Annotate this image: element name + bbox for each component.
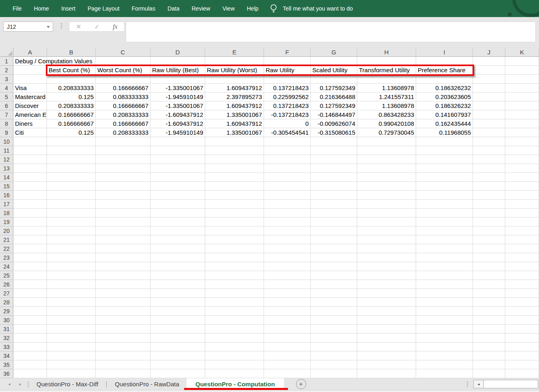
cell-D35[interactable] [150,360,205,369]
row-header-5[interactable]: 5 [0,93,13,101]
cell-B2[interactable]: Best Count (%) [47,66,96,75]
cell-H28[interactable] [357,298,416,307]
menu-item-review[interactable]: Review [186,0,217,17]
cell-K1[interactable] [505,57,539,66]
cell-B29[interactable] [47,307,96,316]
cell-F21[interactable] [264,235,311,244]
cell-B18[interactable] [47,209,96,218]
cell-B12[interactable] [47,155,96,164]
row-header-24[interactable]: 24 [0,262,13,271]
cell-E25[interactable] [205,271,264,280]
cell-I18[interactable] [416,209,473,218]
cell-F2[interactable]: Raw Utility [264,66,311,75]
cell-D31[interactable] [150,325,205,334]
cell-H9[interactable]: 0.729730045 [357,128,416,137]
cell-E3[interactable] [205,75,264,84]
cell-I20[interactable] [416,226,473,235]
cell-B15[interactable] [47,182,96,191]
cell-D4[interactable]: -1.335001067 [150,84,205,93]
sheet-tab-questionpro-rawdata[interactable]: QuestionPro - RawData [107,378,186,390]
cell-A9[interactable]: Citi [13,128,47,137]
cell-E12[interactable] [205,155,264,164]
cell-A27[interactable] [13,289,47,298]
cell-J26[interactable] [473,280,505,289]
cell-I5[interactable]: 0.203623605 [416,93,473,101]
cell-G15[interactable] [311,182,357,191]
cell-F34[interactable] [264,351,311,360]
cell-J31[interactable] [473,325,505,334]
cell-A14[interactable] [13,173,47,182]
cell-A3[interactable] [13,75,47,84]
cell-I13[interactable] [416,164,473,173]
cell-D28[interactable] [150,298,205,307]
cell-C8[interactable]: 0.166666667 [96,119,150,128]
cell-B21[interactable] [47,235,96,244]
cell-A12[interactable] [13,155,47,164]
cell-C24[interactable] [96,262,150,271]
cell-A35[interactable] [13,360,47,369]
cell-C32[interactable] [96,334,150,342]
row-header-9[interactable]: 9 [0,128,13,137]
cell-F14[interactable] [264,173,311,182]
cell-C2[interactable]: Worst Count (%) [96,66,150,75]
cell-J16[interactable] [473,191,505,200]
enter-icon[interactable]: ✓ [94,23,100,30]
cell-K30[interactable] [505,316,539,325]
cell-B16[interactable] [47,191,96,200]
cell-B8[interactable]: 0.166666667 [47,119,96,128]
sheet-tab-questionpro-computation[interactable]: QuestionPro - Computation [187,378,284,390]
cell-K28[interactable] [505,298,539,307]
cell-H25[interactable] [357,271,416,280]
cell-A17[interactable] [13,200,47,209]
cell-H7[interactable]: 0.863428233 [357,110,416,119]
cell-J11[interactable] [473,146,505,155]
cell-D17[interactable] [150,200,205,209]
cell-G10[interactable] [311,137,357,146]
menu-item-help[interactable]: Help [241,0,265,17]
cell-F25[interactable] [264,271,311,280]
cell-I1[interactable] [416,57,473,66]
row-header-1[interactable]: 1 [0,57,13,66]
tell-me-box[interactable]: Tell me what you want to do [270,4,353,13]
cell-E15[interactable] [205,182,264,191]
tabbar-grip-handle[interactable] [467,381,468,387]
cell-D2[interactable]: Raw Utility (Best) [150,66,205,75]
cell-F22[interactable] [264,244,311,253]
horizontal-scrollbar[interactable] [484,380,538,388]
cell-D11[interactable] [150,146,205,155]
cell-K32[interactable] [505,334,539,342]
cell-F30[interactable] [264,316,311,325]
cell-H6[interactable]: 1.13608978 [357,101,416,110]
cell-G32[interactable] [311,334,357,342]
row-header-15[interactable]: 15 [0,182,13,191]
cell-C25[interactable] [96,271,150,280]
cell-G29[interactable] [311,307,357,316]
cell-E22[interactable] [205,244,264,253]
cell-I15[interactable] [416,182,473,191]
cell-I31[interactable] [416,325,473,334]
cell-F11[interactable] [264,146,311,155]
row-header-35[interactable]: 35 [0,360,13,369]
cell-J13[interactable] [473,164,505,173]
cell-E18[interactable] [205,209,264,218]
cell-K33[interactable] [505,342,539,351]
cell-E28[interactable] [205,298,264,307]
row-header-8[interactable]: 8 [0,119,13,128]
cell-H31[interactable] [357,325,416,334]
cell-D29[interactable] [150,307,205,316]
column-header-F[interactable]: F [264,48,311,57]
cell-I14[interactable] [416,173,473,182]
cell-D23[interactable] [150,253,205,262]
cell-H36[interactable] [357,369,416,378]
cell-E23[interactable] [205,253,264,262]
cell-A13[interactable] [13,164,47,173]
select-all-corner[interactable] [0,48,13,57]
cell-D25[interactable] [150,271,205,280]
cell-B23[interactable] [47,253,96,262]
cell-E24[interactable] [205,262,264,271]
cell-C31[interactable] [96,325,150,334]
row-header-7[interactable]: 7 [0,110,13,119]
cell-B13[interactable] [47,164,96,173]
cell-J17[interactable] [473,200,505,209]
cell-F8[interactable]: 0 [264,119,311,128]
